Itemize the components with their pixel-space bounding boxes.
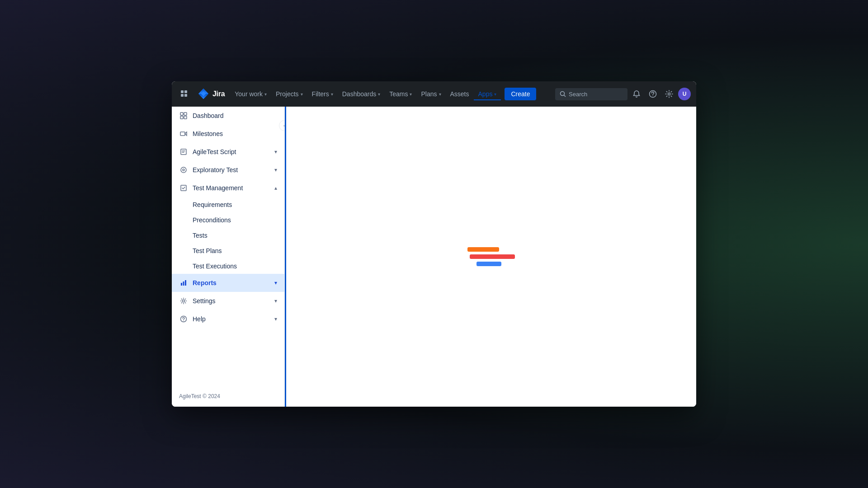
- main-content: ‹ Dashboard: [172, 107, 696, 407]
- sidebar-sub-item-test-executions[interactable]: Test Executions: [172, 258, 284, 274]
- svg-rect-18: [183, 282, 184, 286]
- sidebar-item-dashboard[interactable]: Dashboard: [172, 107, 284, 125]
- jira-logo[interactable]: Jira: [197, 88, 225, 100]
- svg-rect-0: [181, 90, 184, 93]
- loading-animation: [467, 247, 515, 266]
- chevron-down-icon: ▾: [378, 92, 380, 97]
- svg-point-20: [183, 300, 185, 302]
- avatar[interactable]: U: [678, 88, 691, 100]
- navbar-right: Search: [555, 87, 691, 101]
- svg-rect-19: [185, 280, 186, 286]
- nav-item-filters[interactable]: Filters ▾: [307, 88, 338, 100]
- search-box[interactable]: Search: [555, 88, 627, 100]
- dashboard-icon: [179, 111, 188, 120]
- sidebar-sub-item-preconditions[interactable]: Preconditions: [172, 212, 284, 228]
- settings-gear-icon: [179, 296, 188, 305]
- notifications-bell-icon[interactable]: [629, 87, 644, 101]
- sidebar: ‹ Dashboard: [172, 107, 285, 407]
- page-area: [286, 107, 696, 407]
- chevron-down-icon: ▾: [494, 92, 496, 97]
- sidebar-item-reports[interactable]: Reports ▾: [172, 274, 284, 292]
- svg-rect-2: [181, 94, 184, 97]
- jira-logo-text: Jira: [212, 90, 225, 98]
- svg-rect-1: [184, 90, 187, 93]
- sidebar-sub-item-test-plans[interactable]: Test Plans: [172, 243, 284, 258]
- sidebar-item-settings[interactable]: Settings ▾: [172, 292, 284, 310]
- svg-point-14: [181, 167, 186, 173]
- svg-point-15: [183, 169, 184, 171]
- loading-bar-red: [470, 254, 515, 259]
- script-icon: [179, 147, 188, 156]
- svg-rect-13: [181, 149, 186, 155]
- svg-point-6: [652, 95, 653, 96]
- nav-item-assets[interactable]: Assets: [446, 88, 474, 100]
- exploratory-icon: [179, 165, 188, 174]
- svg-rect-9: [184, 113, 187, 115]
- navbar: Jira Your work ▾ Projects ▾ Filters ▾ Da…: [172, 81, 696, 107]
- create-button[interactable]: Create: [505, 88, 536, 100]
- svg-rect-11: [184, 116, 187, 119]
- nav-item-projects[interactable]: Projects ▾: [271, 88, 307, 100]
- testmgmt-icon: [179, 183, 188, 192]
- svg-point-7: [668, 93, 670, 95]
- loading-bar-orange: [467, 247, 499, 252]
- loading-bar-blue: [476, 262, 501, 266]
- nav-item-your-work[interactable]: Your work ▾: [230, 88, 271, 100]
- chevron-up-icon: ▴: [274, 185, 277, 191]
- sidebar-item-exploratory-test[interactable]: Exploratory Test ▾: [172, 161, 284, 179]
- svg-rect-8: [180, 113, 183, 115]
- chevron-down-icon: ▾: [439, 92, 441, 97]
- apps-grid-icon[interactable]: [177, 87, 192, 101]
- chevron-down-icon: ▾: [410, 92, 412, 97]
- chevron-down-icon: ▾: [301, 92, 303, 97]
- chevron-down-icon: ▾: [274, 280, 277, 286]
- sidebar-item-help[interactable]: Help ▾: [172, 310, 284, 328]
- sidebar-sub-item-tests[interactable]: Tests: [172, 228, 284, 243]
- nav-item-dashboards[interactable]: Dashboards ▾: [338, 88, 385, 100]
- chevron-down-icon: ▾: [264, 92, 267, 97]
- sidebar-item-test-management[interactable]: Test Management ▴: [172, 179, 284, 197]
- help-circle-icon: [179, 314, 188, 324]
- sidebar-item-agiletest-script[interactable]: AgileTest Script ▾: [172, 143, 284, 161]
- nav-item-plans[interactable]: Plans ▾: [416, 88, 445, 100]
- svg-point-22: [183, 320, 184, 321]
- sidebar-footer: AgileTest © 2024: [172, 386, 284, 407]
- chevron-down-icon: ▾: [274, 316, 277, 322]
- svg-rect-17: [181, 283, 182, 286]
- svg-rect-3: [184, 94, 187, 97]
- sidebar-item-milestones[interactable]: Milestones: [172, 125, 284, 143]
- milestones-icon: [179, 129, 188, 138]
- nav-item-teams[interactable]: Teams ▾: [385, 88, 416, 100]
- reports-icon: [179, 278, 188, 287]
- sidebar-sub-item-requirements[interactable]: Requirements: [172, 197, 284, 212]
- nav-items: Your work ▾ Projects ▾ Filters ▾ Dashboa…: [230, 88, 553, 100]
- search-icon: [560, 91, 566, 97]
- chevron-down-icon: ▾: [274, 149, 277, 155]
- svg-rect-12: [180, 132, 185, 136]
- chevron-down-icon: ▾: [331, 92, 333, 97]
- svg-point-4: [561, 92, 565, 96]
- sidebar-resize-handle[interactable]: [285, 107, 286, 407]
- chevron-down-icon: ▾: [274, 167, 277, 173]
- settings-icon[interactable]: [662, 87, 676, 101]
- svg-rect-10: [180, 116, 183, 119]
- nav-item-apps[interactable]: Apps ▾: [474, 88, 501, 100]
- help-icon[interactable]: [646, 87, 660, 101]
- chevron-down-icon: ▾: [274, 298, 277, 304]
